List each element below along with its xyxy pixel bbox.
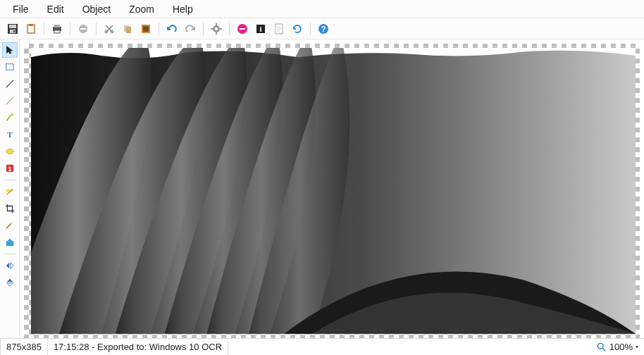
- separator: [159, 23, 159, 35]
- status-message: 17:15:28 - Exported to: Windows 10 OCR: [48, 339, 228, 355]
- highlight-icon: [5, 187, 15, 197]
- status-sep: -: [89, 342, 98, 352]
- page-icon: [273, 23, 285, 35]
- svg-rect-21: [211, 28, 213, 30]
- svg-rect-8: [54, 30, 60, 33]
- svg-rect-5: [29, 24, 33, 26]
- svg-rect-39: [6, 241, 13, 246]
- separator: [44, 23, 44, 35]
- cancel-icon: [237, 23, 248, 35]
- canvas-image: [31, 48, 636, 334]
- tool-flip-h[interactable]: [2, 258, 18, 273]
- menu-file[interactable]: File: [4, 1, 37, 17]
- separator: [229, 23, 230, 35]
- tool-line[interactable]: [2, 76, 18, 92]
- zoom-control[interactable]: 100% ▾: [591, 342, 644, 352]
- svg-rect-14: [126, 27, 131, 33]
- menu-help[interactable]: Help: [164, 1, 202, 17]
- pointer-icon: [5, 45, 15, 55]
- menu-zoom[interactable]: Zoom: [120, 1, 163, 17]
- help-button[interactable]: ?: [315, 20, 332, 37]
- svg-point-41: [597, 343, 603, 349]
- tool-text[interactable]: T: [2, 127, 18, 142]
- tool-separator: [4, 180, 16, 180]
- clipboard-icon: [25, 23, 37, 35]
- main-area: T 1: [0, 39, 644, 338]
- separator: [310, 23, 311, 35]
- tool-color[interactable]: [2, 235, 18, 250]
- no-entry-icon: [78, 23, 89, 35]
- cancel-button[interactable]: [234, 20, 251, 37]
- redo-button[interactable]: [182, 20, 199, 37]
- disable-button[interactable]: [75, 20, 92, 37]
- svg-text:?: ?: [321, 25, 326, 33]
- tool-separator: [4, 254, 16, 254]
- chevron-down-icon: ▾: [636, 344, 638, 350]
- help-icon: ?: [318, 23, 329, 35]
- tool-brush[interactable]: [2, 110, 18, 125]
- svg-point-35: [6, 149, 13, 154]
- effects-icon: [5, 220, 15, 230]
- tool-number[interactable]: 1: [2, 161, 18, 176]
- svg-line-32: [6, 97, 13, 105]
- copyall-icon: [140, 23, 151, 35]
- svg-rect-19: [216, 23, 217, 25]
- status-dimensions: 875x385: [0, 339, 48, 355]
- number-icon: 1: [5, 163, 15, 173]
- separator: [96, 23, 97, 35]
- menu-edit[interactable]: Edit: [39, 1, 73, 17]
- canvas[interactable]: [24, 44, 640, 338]
- pencil-icon: [5, 96, 15, 106]
- svg-rect-24: [240, 28, 245, 30]
- redo-icon: [185, 23, 196, 35]
- undo-icon: [166, 23, 178, 35]
- svg-rect-10: [80, 28, 86, 30]
- tool-shape[interactable]: [2, 144, 18, 159]
- print-button[interactable]: [49, 20, 66, 37]
- text-icon: T: [5, 130, 15, 139]
- info-button[interactable]: i: [252, 20, 269, 37]
- ellipse-icon: [5, 147, 15, 156]
- paste-button[interactable]: [23, 20, 39, 37]
- brush-icon: [5, 113, 15, 123]
- status-time: 17:15:28: [54, 342, 89, 352]
- svg-point-33: [11, 113, 13, 116]
- separator: [70, 23, 70, 35]
- magnifier-icon: [597, 342, 607, 352]
- tool-highlight[interactable]: [2, 184, 18, 199]
- svg-rect-3: [13, 30, 15, 32]
- toolbar: i ?: [0, 18, 644, 39]
- tool-pointer[interactable]: [2, 42, 18, 58]
- gear-icon: [211, 23, 222, 35]
- svg-rect-20: [216, 32, 217, 35]
- menu-object[interactable]: Object: [74, 1, 119, 17]
- svg-rect-30: [6, 64, 13, 70]
- save-button[interactable]: [4, 20, 21, 37]
- copy-button[interactable]: [119, 20, 136, 37]
- tool-flip-v[interactable]: [2, 275, 18, 290]
- tool-crop[interactable]: [2, 201, 18, 216]
- scissors-icon: [104, 23, 115, 35]
- cut-button[interactable]: [101, 20, 118, 37]
- floppy-icon: [7, 23, 18, 35]
- refresh-icon: [292, 23, 303, 35]
- copyall-button[interactable]: [137, 20, 154, 37]
- line-icon: [5, 79, 15, 89]
- color-icon: [5, 237, 15, 247]
- settings-button[interactable]: [208, 20, 225, 37]
- svg-text:T: T: [7, 130, 13, 139]
- flip-h-icon: [5, 261, 15, 270]
- tool-select-rect[interactable]: [2, 59, 18, 75]
- svg-text:1: 1: [8, 166, 11, 173]
- refresh-button[interactable]: [289, 20, 306, 37]
- svg-rect-16: [143, 26, 149, 32]
- separator: [203, 23, 204, 35]
- tool-effects[interactable]: [2, 218, 18, 233]
- svg-text:i: i: [259, 25, 261, 33]
- svg-rect-7: [54, 25, 60, 27]
- svg-line-42: [603, 348, 606, 351]
- svg-point-18: [215, 27, 218, 30]
- tool-pencil[interactable]: [2, 93, 18, 108]
- page-button[interactable]: [271, 20, 287, 37]
- undo-button[interactable]: [163, 20, 180, 37]
